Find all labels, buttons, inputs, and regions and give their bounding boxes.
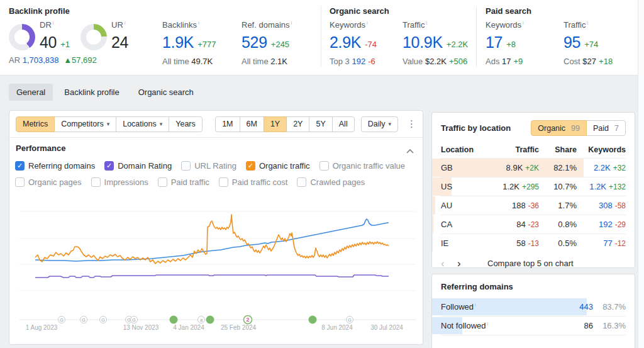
value-value: $2.2K: [425, 57, 447, 66]
checkbox-referring-domains[interactable]: ✓Referring domains: [15, 161, 95, 171]
range-1m[interactable]: 1M: [215, 116, 240, 132]
backlink-profile-title: Backlink profile: [9, 6, 70, 16]
range-5y[interactable]: 5Y: [309, 116, 332, 132]
table-row-au[interactable]: AU 188-36 1.7% 308-58: [441, 196, 626, 215]
more-options-icon[interactable]: ⋮: [407, 118, 416, 130]
dr-value: 40: [40, 33, 57, 51]
competitors-dropdown[interactable]: Competitors▾: [54, 116, 116, 132]
checkbox-icon: [181, 161, 191, 171]
backlinks-value[interactable]: 1.9K: [162, 33, 194, 51]
organic-toggle-button[interactable]: Organic99: [531, 120, 587, 136]
svg-text:13 Nov 2023: 13 Nov 2023: [123, 324, 159, 331]
range-2y[interactable]: 2Y: [286, 116, 309, 132]
years-button[interactable]: Years: [169, 116, 203, 132]
top3-delta: -6: [368, 57, 375, 66]
paid-keywords-value[interactable]: 17: [486, 33, 502, 51]
checkbox-paid-traffic[interactable]: Paid traffic: [158, 177, 209, 187]
info-icon[interactable]: i: [587, 20, 588, 26]
ref-domains-value[interactable]: 529: [242, 33, 267, 51]
backlinks-stat: Backlinksi 1.9K+777 All time 49.7K: [162, 20, 216, 66]
paid-traffic-delta: +74: [584, 40, 598, 51]
info-icon[interactable]: i: [198, 20, 199, 26]
info-icon[interactable]: i: [125, 20, 126, 26]
table-row-ca[interactable]: CA 84-23 0.8% 192-29: [441, 215, 626, 233]
organic-search-title: Organic search: [330, 6, 389, 16]
divider: [476, 6, 477, 67]
collapse-chevron-icon[interactable]: [406, 146, 414, 155]
ur-label: UR: [111, 20, 123, 30]
next-page-icon[interactable]: ›: [457, 258, 474, 269]
checkbox-paid-traffic-cost[interactable]: Paid traffic cost: [219, 177, 288, 187]
range-all[interactable]: All: [332, 116, 355, 132]
performance-line-chart[interactable]: GGGGGa2G1 Aug 202313 Nov 20234 Jan 20242…: [9, 202, 423, 344]
checkbox-icon: ✓: [104, 161, 114, 171]
paid-traffic-label: Traffic: [564, 20, 586, 30]
prev-page-icon[interactable]: ‹: [441, 258, 457, 269]
ar-value[interactable]: 1,703,838: [23, 55, 59, 65]
ref-domains-sub-label: All time: [242, 57, 269, 66]
ref-domains-delta: +245: [271, 40, 289, 51]
paid-keywords-stat: Keywordsi 17+8 Ads 17+9: [486, 20, 524, 66]
svg-text:30 Jul 2024: 30 Jul 2024: [370, 324, 403, 331]
checkbox-organic-pages[interactable]: Organic pages: [15, 177, 82, 187]
table-row-us[interactable]: US 1.2K+295 10.7% 1.2K+132: [441, 177, 626, 196]
value-delta: +506: [449, 57, 467, 66]
top3-value[interactable]: 192: [352, 57, 365, 66]
share-bar: [432, 234, 433, 252]
paid-keywords-label: Keywords: [486, 20, 521, 30]
svg-text:G: G: [60, 317, 64, 323]
svg-text:G: G: [82, 317, 86, 323]
checkbox-impressions[interactable]: Impressions: [91, 177, 148, 187]
compare-top5-link[interactable]: Compare top 5 on chart: [487, 259, 574, 268]
table-row-gb[interactable]: GB 8.9K+2K 82.1% 2.2K+32: [441, 158, 626, 177]
chevron-down-icon: ▾: [388, 121, 391, 127]
info-icon[interactable]: i: [291, 20, 292, 26]
checkbox-domain-rating[interactable]: ✓Domain Rating: [104, 161, 172, 171]
granularity-dropdown[interactable]: Daily▾: [361, 116, 398, 132]
backlinks-sub-label: All time: [162, 57, 189, 66]
info-icon[interactable]: i: [523, 20, 524, 26]
checkbox-url-rating[interactable]: URL Rating: [181, 161, 236, 171]
info-icon[interactable]: i: [475, 302, 476, 308]
organic-keywords-value[interactable]: 2.9K: [330, 33, 361, 51]
info-icon[interactable]: i: [53, 20, 54, 26]
range-6m[interactable]: 6M: [240, 116, 264, 132]
metrics-button[interactable]: Metrics: [16, 116, 55, 132]
dr-delta: +1: [60, 40, 70, 51]
paid-keywords-delta: +8: [506, 40, 516, 51]
checkbox-crawled-pages[interactable]: Crawled pages: [297, 177, 365, 187]
tab-general[interactable]: General: [9, 84, 53, 101]
organic-traffic-label: Traffic: [402, 20, 425, 30]
locations-table: Location Traffic Share Keywords GB 8.9K+…: [441, 142, 626, 252]
paid-traffic-value[interactable]: 95: [564, 33, 580, 51]
range-group: 1M 6M 1Y 2Y 5Y All: [215, 116, 355, 132]
overview-band: Backlink profile DRi 40+1 URi 24 AR 1,70…: [0, 0, 638, 76]
organic-traffic-value[interactable]: 10.9K: [402, 33, 443, 51]
followed-row[interactable]: Followedi 443 83.7%: [441, 298, 626, 317]
tab-organic-search[interactable]: Organic search: [131, 84, 201, 101]
cost-label: Cost: [564, 57, 580, 66]
ads-label: Ads: [486, 57, 499, 66]
organic-paid-toggle: Organic99 Paid7: [531, 120, 626, 136]
table-row-ie[interactable]: IE 58-13 0.5% 77-12: [441, 233, 626, 252]
info-icon[interactable]: i: [487, 321, 489, 327]
svg-text:25 Feb 2024: 25 Feb 2024: [221, 324, 257, 331]
info-icon[interactable]: i: [367, 20, 368, 26]
svg-text:G: G: [132, 317, 136, 323]
checkbox-organic-traffic-value[interactable]: Organic traffic value: [319, 161, 405, 171]
checkbox-organic-traffic[interactable]: ✓Organic traffic: [246, 161, 310, 171]
organic-traffic-delta: +2.2K: [447, 40, 468, 51]
chart-toolbar: Metrics Competitors▾ Locations▾ Years 1M…: [9, 111, 423, 138]
ads-delta: +9: [514, 57, 523, 66]
paid-toggle-button[interactable]: Paid7: [586, 120, 626, 136]
organic-keywords-label: Keywords: [330, 20, 365, 30]
range-1y[interactable]: 1Y: [264, 116, 287, 132]
not-followed-row[interactable]: Not followedi 86 16.3%: [441, 317, 626, 335]
scrollbar-track[interactable]: [638, 0, 644, 348]
tab-backlink-profile[interactable]: Backlink profile: [57, 84, 126, 101]
info-icon[interactable]: i: [426, 20, 427, 26]
metric-checkbox-row-2: Organic pages Impressions Paid traffic P…: [15, 177, 365, 187]
share-bar: [432, 196, 435, 215]
locations-dropdown[interactable]: Locations▾: [116, 116, 169, 132]
dr-stat: DRi 40+1: [40, 20, 70, 51]
